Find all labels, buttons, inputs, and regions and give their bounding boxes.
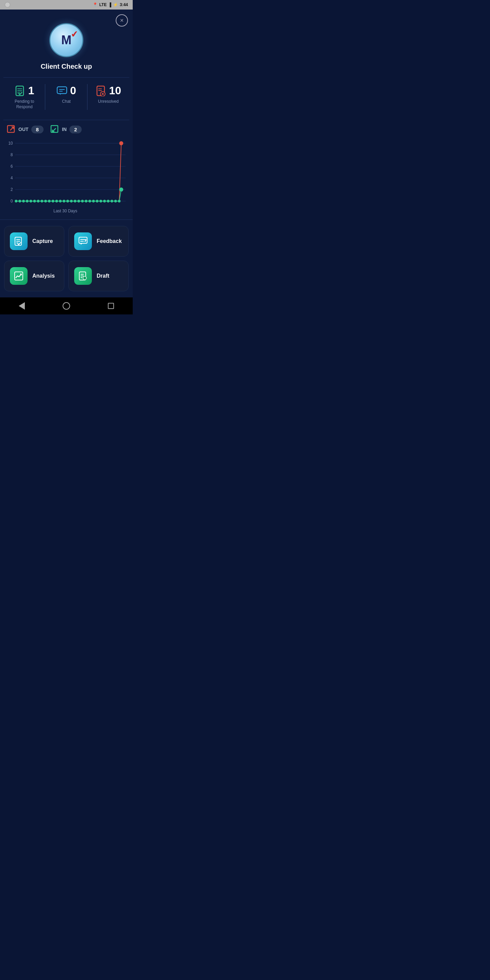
svg-point-72 (83, 276, 87, 280)
chat-label: Chat (62, 99, 70, 105)
capture-icon (14, 237, 24, 246)
in-label: IN (62, 127, 67, 132)
svg-point-46 (74, 200, 76, 202)
svg-point-51 (92, 200, 95, 202)
menu-grid: Capture Feedback (0, 220, 133, 298)
svg-point-50 (89, 200, 91, 202)
stat-unresolved: 10 Unresolved (88, 81, 129, 113)
pending-count: 1 (28, 84, 34, 97)
svg-text:4: 4 (11, 176, 13, 180)
signal-icon (5, 2, 10, 8)
analysis-label: Analysis (32, 273, 55, 279)
chart-container: 10 8 6 4 2 0 (0, 138, 133, 220)
svg-rect-4 (57, 87, 67, 94)
svg-point-38 (44, 200, 47, 202)
chat-icon (56, 86, 67, 96)
svg-point-48 (81, 200, 84, 202)
in-item: IN 2 (50, 125, 82, 134)
svg-point-44 (66, 200, 69, 202)
recents-button[interactable] (101, 300, 121, 312)
out-in-row: OUT 8 IN 2 (0, 120, 133, 138)
chart-area: 10 8 6 4 2 0 (3, 138, 127, 207)
feedback-icon-box (74, 232, 92, 250)
svg-point-40 (52, 200, 54, 202)
svg-point-49 (85, 200, 88, 202)
svg-text:6: 6 (11, 164, 13, 169)
draft-icon (78, 271, 88, 281)
pending-label: Pending toRespond (14, 99, 34, 110)
feedback-label: Feedback (97, 238, 122, 244)
unresolved-label: Unresolved (98, 99, 119, 105)
draft-button[interactable]: Draft (68, 261, 129, 291)
feedback-button[interactable]: Feedback (68, 226, 129, 256)
pending-icon (14, 86, 25, 96)
svg-point-55 (107, 200, 110, 202)
stat-unresolved-top: 10 (95, 84, 121, 97)
out-icon (7, 125, 16, 134)
draft-label: Draft (97, 273, 109, 279)
logo-letter-m: M (61, 34, 72, 46)
home-button[interactable] (56, 299, 77, 312)
svg-point-53 (99, 200, 102, 202)
out-label: OUT (18, 127, 29, 132)
stat-pending: 1 Pending toRespond (3, 81, 45, 113)
svg-point-30 (14, 200, 18, 202)
status-bar-left (5, 2, 10, 8)
svg-text:2: 2 (11, 187, 13, 192)
home-icon (63, 302, 70, 310)
chat-count: 0 (70, 84, 76, 97)
stat-pending-top: 1 (14, 84, 34, 97)
header-section: M ✔ Client Check up (0, 10, 133, 77)
svg-rect-70 (14, 272, 23, 280)
recents-icon (108, 303, 114, 309)
svg-text:0: 0 (11, 199, 13, 204)
svg-point-41 (55, 200, 58, 202)
svg-point-56 (111, 200, 113, 202)
battery-icon: ⚡ (113, 2, 118, 7)
capture-label: Capture (32, 238, 53, 244)
capture-icon-box (10, 232, 27, 250)
svg-point-45 (70, 200, 73, 202)
draft-icon-box (74, 267, 92, 285)
svg-point-54 (103, 200, 106, 202)
svg-point-37 (40, 200, 43, 202)
svg-point-33 (26, 200, 29, 202)
back-icon (19, 302, 25, 310)
analysis-button[interactable]: Analysis (4, 261, 64, 291)
main-app: × M ✔ Client Check up 1 P (0, 10, 133, 298)
svg-point-36 (37, 200, 40, 202)
unresolved-count: 10 (109, 84, 121, 97)
svg-point-42 (59, 200, 62, 202)
chart-svg: 10 8 6 4 2 0 (3, 138, 127, 207)
close-button[interactable]: × (116, 14, 128, 27)
time-display: 3:44 (120, 2, 128, 7)
unresolved-icon (95, 86, 107, 96)
in-count: 2 (69, 126, 82, 134)
svg-point-31 (18, 200, 21, 202)
back-button[interactable] (12, 299, 32, 312)
svg-point-35 (33, 200, 36, 202)
in-icon (50, 125, 59, 134)
capture-button[interactable]: Capture (4, 226, 64, 256)
location-icon: 📍 (92, 2, 98, 7)
analysis-icon-box (10, 267, 27, 285)
out-count: 8 (31, 126, 43, 134)
svg-text:10: 10 (8, 141, 13, 146)
svg-point-43 (63, 200, 65, 202)
svg-line-15 (10, 127, 14, 130)
status-bar-right: 📍 LTE ▐ ⚡ 3:44 (92, 2, 128, 7)
close-icon: × (120, 17, 124, 24)
stats-row: 1 Pending toRespond 0 Chat (3, 77, 129, 120)
svg-point-34 (30, 200, 32, 202)
feedback-icon (78, 237, 88, 246)
logo-inner: M ✔ (54, 28, 78, 52)
app-logo: M ✔ (49, 23, 83, 57)
status-bar: 📍 LTE ▐ ⚡ 3:44 (0, 0, 133, 10)
stat-chat-top: 0 (56, 84, 76, 97)
signal-bars-icon: ▐ (108, 2, 111, 7)
svg-point-59 (119, 141, 123, 145)
svg-point-39 (48, 200, 51, 202)
network-label: LTE (99, 2, 107, 7)
logo-checkmark-icon: ✔ (70, 29, 79, 40)
svg-marker-7 (59, 94, 60, 95)
